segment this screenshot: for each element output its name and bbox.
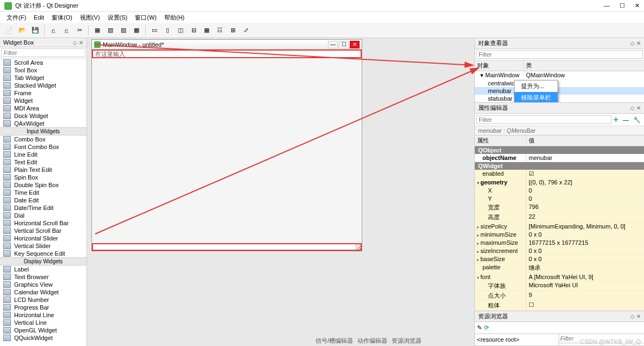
widget-item[interactable]: QAxWidget [0,120,86,127]
panel-float-icon[interactable]: ◇ [630,105,635,111]
widget-item[interactable]: Text Edit [0,158,86,166]
edit-signals-button[interactable]: ▧ [104,24,116,36]
close-button[interactable]: ✕ [635,2,640,9]
tree-col-object[interactable]: 对象 [475,60,524,71]
tree-row[interactable]: ▾ MainWindowQMainWindow [475,71,644,79]
property-grid[interactable]: 属性 值 QObjectobjectNamemenubarQWidgetenab… [475,135,644,311]
layout-vsplit-button[interactable]: ⊟ [188,24,200,36]
panel-close-icon[interactable]: ✕ [636,40,641,46]
promote-to-menuitem[interactable]: 提升为... [515,81,558,92]
widget-item[interactable]: Label [0,265,86,273]
property-filter[interactable] [476,115,611,124]
layout-v-button[interactable]: ▯ [162,24,174,36]
form-menubar[interactable]: 在这里输入 [92,50,362,58]
widget-item[interactable]: Frame [0,89,86,97]
property-row[interactable]: 宽度796 [475,203,644,213]
property-row[interactable]: objectNamemenubar [475,154,644,162]
adjust-size-button[interactable]: ⤢ [240,24,252,36]
widget-item[interactable]: Calendar Widget [0,288,86,296]
panel-close-icon[interactable]: ✕ [636,105,641,111]
resource-tree[interactable]: <resource root> [475,334,559,345]
new-button[interactable]: 📄 [3,24,15,36]
redo-button[interactable]: ⎌ [60,24,72,36]
property-row[interactable]: minimumSize0 x 0 [475,231,644,239]
property-row[interactable]: enabled☑ [475,170,644,178]
widget-item[interactable]: Stacked Widget [0,82,86,89]
property-row[interactable]: baseSize0 x 0 [475,255,644,263]
menu-item[interactable]: 视图(V) [77,13,103,23]
prop-col-value[interactable]: 值 [527,135,537,146]
widget-item[interactable]: Vertical Line [0,319,86,326]
property-row[interactable]: 点大小9 [475,291,644,301]
widget-section-header[interactable]: Display Widgets [0,257,86,265]
form-canvas[interactable] [92,58,362,243]
bottom-tab[interactable]: 信号/槽编辑器 [315,337,353,345]
property-row[interactable]: fontA [Microsoft YaHei UI, 9] [475,273,644,281]
widget-item[interactable]: Key Sequence Edit [0,250,86,257]
widget-item[interactable]: Text Browser [0,273,86,281]
layout-form-button[interactable]: ☷ [214,24,226,36]
form-statusbar[interactable] [92,243,362,251]
widget-item[interactable]: Progress Bar [0,304,86,311]
property-row[interactable]: X0 [475,187,644,195]
cut-button[interactable]: ✂ [73,24,85,36]
widget-section-header[interactable]: Input Widgets [0,127,86,135]
property-row[interactable]: sizePolicy[MinimumExpanding, Minimum, 0,… [475,223,644,231]
form-window[interactable]: MainWindow - untitled* — ☐ ✕ 在这里输入 [91,39,362,251]
menu-item[interactable]: 设置(S) [104,13,131,23]
maximize-button[interactable]: ☐ [620,2,625,9]
widget-item[interactable]: Double Spin Box [0,181,86,189]
reload-resources-icon[interactable]: ⟳ [484,324,489,331]
config-icon[interactable]: 🔧 [631,116,643,123]
menu-item[interactable]: 帮助(H) [161,13,188,23]
menu-item[interactable]: Edit [30,13,47,22]
widget-item[interactable]: Combo Box [0,135,86,143]
remove-menubar-menuitem[interactable]: 移除菜单栏 [515,92,558,102]
open-button[interactable]: 📂 [16,24,28,36]
tree-row[interactable]: centralwidgetQWidget [475,79,644,87]
remove-property-icon[interactable]: — [621,116,631,123]
widget-item[interactable]: Widget [0,97,86,104]
panel-float-icon[interactable]: ◇ [630,313,635,319]
widget-item[interactable]: QQuickWidget [0,334,86,342]
widget-item[interactable]: Date/Time Edit [0,204,86,212]
widget-item[interactable]: Dial [0,212,86,219]
widget-item[interactable]: Spin Box [0,174,86,181]
bottom-tab[interactable]: 动作编辑器 [357,337,387,345]
add-property-icon[interactable]: + [611,115,621,125]
edit-buddies-button[interactable]: ▨ [117,24,129,36]
widget-item[interactable]: Graphics View [0,281,86,288]
menu-item[interactable]: 文件(F) [3,13,29,23]
layout-hsplit-button[interactable]: ◫ [175,24,187,36]
widget-item[interactable]: Tab Widget [0,74,86,82]
menu-item[interactable]: 窗口(W) [132,13,160,23]
panel-close-icon[interactable]: ✕ [636,313,641,319]
widget-box-filter[interactable] [1,48,85,57]
property-row[interactable]: 字体族Microsoft YaHei UI [475,281,644,291]
form-minimize-button[interactable]: — [328,41,338,48]
property-section[interactable]: QObject [475,146,644,154]
widget-item[interactable]: Line Edit [0,151,86,158]
edit-widgets-button[interactable]: ▦ [91,24,103,36]
tree-row[interactable]: menubarQMenuBar [475,87,644,95]
prop-col-name[interactable]: 属性 [475,135,527,146]
widget-item[interactable]: Font Combo Box [0,143,86,151]
widget-item[interactable]: MDI Area [0,104,86,112]
widget-item[interactable]: OpenGL Widget [0,326,86,334]
widget-item[interactable]: Tool Box [0,66,86,74]
property-row[interactable]: palette继承 [475,263,644,273]
form-close-button[interactable]: ✕ [350,41,360,48]
panel-float-icon[interactable]: ◇ [630,40,635,46]
layout-h-button[interactable]: ▭ [148,24,160,36]
widget-item[interactable]: LCD Number [0,296,86,304]
tree-col-class[interactable]: 类 [524,60,534,71]
widget-item[interactable]: Horizontal Slider [0,234,86,242]
edit-resources-icon[interactable]: ✎ [477,324,482,331]
edit-tabs-button[interactable]: ▩ [131,24,143,36]
panel-close-icon[interactable]: ✕ [79,40,83,46]
property-row[interactable]: Y0 [475,195,644,203]
widget-item[interactable]: Vertical Scroll Bar [0,227,86,234]
widget-item[interactable]: Plain Text Edit [0,166,86,174]
break-layout-button[interactable]: ⊞ [227,24,239,36]
tree-row[interactable]: statusbar [475,95,644,102]
